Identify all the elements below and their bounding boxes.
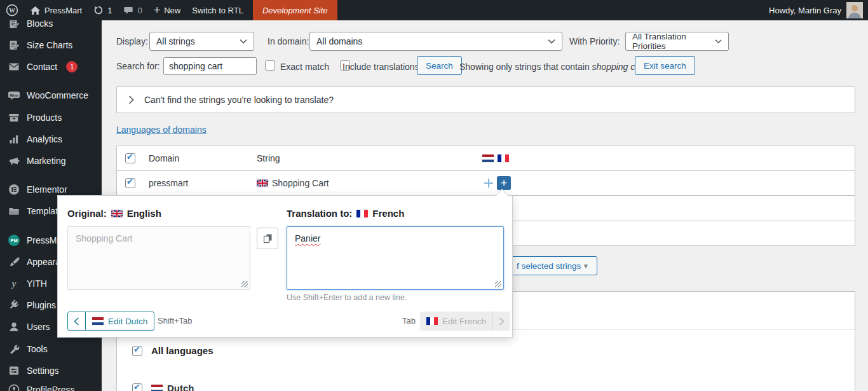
dutch-checkbox[interactable] bbox=[132, 383, 142, 391]
sidebar-item-marketing[interactable]: Marketing bbox=[0, 154, 102, 168]
edit-dutch-label-cell: Edit Dutch bbox=[85, 312, 154, 330]
cant-find-strings-panel[interactable]: Can't find the strings you're looking to… bbox=[116, 86, 855, 113]
svg-text:Woo: Woo bbox=[10, 93, 18, 97]
sidebar-item-label: Tools bbox=[27, 344, 48, 354]
edit-dutch-label: Edit Dutch bbox=[108, 317, 147, 326]
copy-icon bbox=[262, 233, 273, 244]
original-label: Original: bbox=[67, 208, 107, 219]
column-header-domain: Domain bbox=[149, 153, 257, 163]
domain-select[interactable]: All domains bbox=[309, 32, 562, 51]
english-flag-icon bbox=[257, 179, 268, 187]
comments-count: 0 bbox=[137, 6, 142, 15]
original-text: Shopping Cart bbox=[76, 233, 133, 244]
dutch-label-wrap: Dutch bbox=[151, 383, 194, 391]
switch-to-rtl[interactable]: Switch to RTL bbox=[186, 0, 249, 20]
row-string: Shopping Cart bbox=[257, 178, 329, 188]
all-languages-label: All languages bbox=[151, 345, 214, 356]
row-string-text: Shopping Cart bbox=[272, 178, 329, 188]
sidebar-item-label: Settings bbox=[27, 366, 59, 376]
updates-menu[interactable]: 1 bbox=[88, 0, 118, 20]
search-button[interactable]: Search bbox=[417, 56, 462, 75]
rtl-label: Switch to RTL bbox=[192, 6, 243, 15]
comments-menu[interactable]: 0 bbox=[118, 0, 147, 20]
dutch-label: Dutch bbox=[167, 383, 194, 391]
translation-heading: Translation to: French bbox=[287, 208, 404, 219]
translation-to-label: Translation to: bbox=[287, 208, 352, 219]
size-charts-icon bbox=[8, 39, 20, 51]
products-icon bbox=[8, 111, 20, 124]
sidebar-item-label: YITH bbox=[27, 278, 47, 289]
tab-hint: Tab bbox=[402, 316, 416, 326]
sidebar-item-size-charts[interactable]: Size Charts bbox=[0, 38, 102, 52]
display-select[interactable]: All strings bbox=[149, 32, 254, 51]
notification-badge: 1 bbox=[66, 61, 78, 72]
add-dutch-translation-icon[interactable] bbox=[484, 178, 494, 188]
exit-search-button[interactable]: Exit search bbox=[635, 56, 695, 75]
admin-bar: W PressMart 1 0 + New Switch to RTL Deve… bbox=[0, 0, 868, 20]
svg-text:y: y bbox=[11, 278, 17, 289]
sidebar-item-woocommerce[interactable]: Woo WooCommerce bbox=[0, 88, 102, 102]
site-menu[interactable]: PressMart bbox=[24, 0, 88, 20]
select-all-checkbox[interactable] bbox=[125, 153, 135, 163]
search-input[interactable] bbox=[163, 57, 257, 75]
wordpress-logo-icon[interactable]: W bbox=[0, 0, 24, 20]
chevron-down-icon bbox=[240, 39, 247, 44]
settings-icon bbox=[8, 364, 20, 377]
translation-textarea[interactable]: Panier bbox=[287, 226, 504, 290]
avatar[interactable] bbox=[846, 2, 863, 18]
priority-select-value: All Translation Priorities bbox=[632, 32, 715, 51]
megaphone-icon bbox=[8, 154, 20, 167]
language-row-dutch: Dutch bbox=[132, 383, 194, 391]
sidebar-item-label: WooCommerce bbox=[27, 90, 88, 100]
newline-hint: Use Shift+Enter to add a new line. bbox=[287, 293, 407, 302]
row-domain: pressmart bbox=[149, 178, 257, 188]
dutch-flag-icon bbox=[92, 317, 104, 325]
yith-icon: y bbox=[8, 277, 20, 290]
updates-count: 1 bbox=[107, 6, 112, 15]
all-languages-checkbox[interactable] bbox=[132, 346, 142, 356]
languages-of-domains-link[interactable]: Languages of domains bbox=[116, 125, 207, 135]
plus-icon: + bbox=[154, 6, 161, 15]
string-row: pressmart Shopping Cart + bbox=[117, 171, 855, 196]
sidebar-item-contact[interactable]: Contact 1 bbox=[0, 60, 102, 74]
display-label: Display: bbox=[116, 32, 148, 51]
sidebar-item-settings[interactable]: Settings bbox=[0, 364, 102, 378]
sidebar-item-label: Plugins bbox=[27, 300, 56, 310]
resize-handle bbox=[241, 281, 248, 287]
svg-text:W: W bbox=[9, 7, 15, 14]
mail-icon bbox=[8, 60, 20, 73]
sidebar-item-elementor[interactable]: Elementor bbox=[0, 182, 102, 196]
edit-french-button-disabled: Edit French bbox=[420, 312, 510, 331]
new-content-menu[interactable]: + New bbox=[148, 0, 187, 20]
resize-handle[interactable] bbox=[495, 281, 501, 287]
updates-icon bbox=[93, 5, 104, 15]
bulk-action-label: f selected strings bbox=[517, 261, 581, 271]
copy-original-button[interactable] bbox=[257, 228, 278, 249]
sidebar-item-profilepress[interactable]: ProfilePress bbox=[0, 383, 102, 391]
original-language: English bbox=[127, 208, 161, 219]
sidebar-item-products[interactable]: Products bbox=[0, 111, 102, 125]
table-header-row: Domain String bbox=[117, 146, 855, 171]
pressmart-icon: PM bbox=[8, 234, 20, 247]
priority-select[interactable]: All Translation Priorities bbox=[625, 32, 729, 51]
sidebar-item-analytics[interactable]: Analytics bbox=[0, 132, 102, 146]
edit-dutch-button[interactable]: Edit Dutch bbox=[67, 312, 154, 331]
sidebar-item-tools[interactable]: Tools bbox=[0, 342, 102, 356]
sidebar-item-label: Elementor bbox=[27, 184, 67, 195]
edit-french-label: Edit French bbox=[442, 317, 486, 326]
chevron-left-icon bbox=[68, 312, 85, 330]
bulk-action-selected-strings-button[interactable]: f selected strings ▼ bbox=[508, 256, 597, 275]
translation-language: French bbox=[372, 208, 404, 219]
in-domain-label: In domain: bbox=[268, 32, 309, 51]
sidebar-item-label: Marketing bbox=[27, 156, 65, 166]
sidebar-item-label: Contact bbox=[27, 62, 57, 72]
add-french-translation-button[interactable]: + bbox=[497, 176, 511, 190]
sidebar-item-label: Size Charts bbox=[27, 40, 72, 50]
site-name: PressMart bbox=[44, 6, 82, 15]
wrench-icon bbox=[8, 343, 20, 355]
french-flag-icon bbox=[498, 154, 509, 162]
french-flag-icon bbox=[356, 210, 368, 217]
row-checkbox[interactable] bbox=[125, 178, 135, 188]
howdy-text[interactable]: Howdy, Martin Gray bbox=[769, 6, 841, 15]
exact-match-checkbox[interactable] bbox=[265, 60, 275, 71]
